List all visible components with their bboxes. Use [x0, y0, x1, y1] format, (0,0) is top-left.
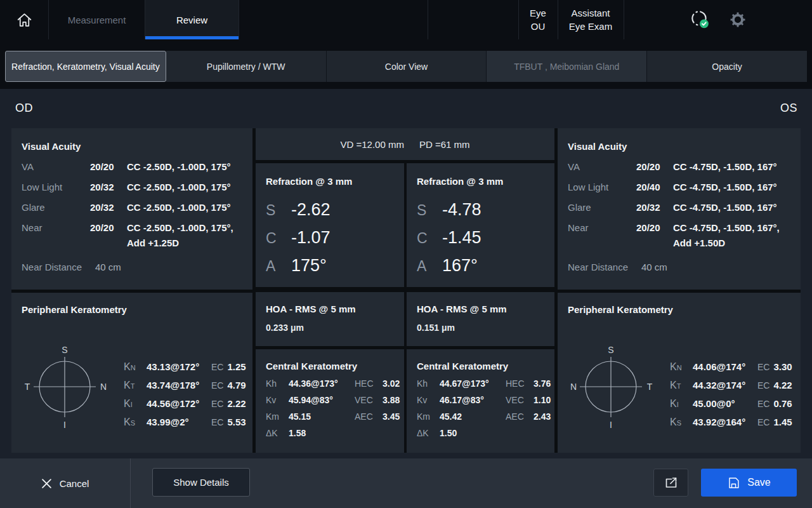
va-row-rx: CC -2.50D, -1.00D, 175° — [127, 159, 242, 175]
pk-row: KI 45.00@0° EC0.76 — [670, 395, 796, 413]
ck-value: 1.58 — [289, 427, 355, 439]
panel-grid: Visual Acuity VA 20/20 CC -2.50D, -1.00D… — [11, 128, 801, 453]
va-row-label: VA — [568, 159, 631, 175]
tab-measurement[interactable]: Measurement — [49, 0, 145, 39]
os-eye-label: OS — [780, 102, 797, 115]
show-details-button[interactable]: Show Details — [152, 468, 250, 497]
visual-acuity-rows: VA 20/20 CC -2.50D, -1.00D, 175° Low Lig… — [11, 157, 252, 277]
axis-label: A — [266, 258, 291, 275]
va-row-score: 20/20 — [636, 220, 668, 236]
home-button[interactable] — [0, 0, 49, 39]
pk-k-label: KI — [124, 397, 144, 411]
va-rx-line2: Add +1.50D — [673, 236, 790, 251]
ck-row: Kh 44.36@173° HEC 3.02 — [256, 375, 404, 392]
pd-value: PD =61 mm — [419, 139, 470, 150]
ck-value2 — [383, 427, 394, 439]
va-row-score: 20/20 — [90, 220, 122, 236]
panel-title: Peripheral Keratometry — [11, 293, 252, 315]
tab-review[interactable]: Review — [145, 0, 239, 39]
pk-body: S I T N KN 43.13@172° EC1.25 KT — [11, 315, 252, 475]
sync-status-icon[interactable] — [690, 10, 710, 30]
subtab-refraction-keratometry-visual-acuity[interactable]: Refraction, Keratometry, Visual Acuity — [5, 51, 166, 82]
va-row: Near 20/20 CC -4.75D, -1.50D, 167°, Add … — [558, 218, 801, 253]
cylinder-label: C — [266, 230, 291, 247]
ck-label: Km — [417, 410, 440, 423]
pk-ec: EC2.22 — [211, 397, 247, 411]
sphere-value: -2.62 — [291, 199, 331, 220]
va-row: Low Light 20/40 CC -4.75D, -1.50D, 167° — [558, 177, 801, 197]
va-row-score: 20/20 — [636, 159, 668, 175]
ck-value2: 2.43 — [534, 410, 551, 423]
settings-gear-icon[interactable] — [729, 11, 747, 29]
pk-ec: EC4.79 — [211, 378, 247, 392]
panel-title: Peripheral Keratometry — [558, 293, 801, 315]
va-row-rx: CC -4.75D, -1.50D, 167° — [673, 200, 790, 215]
ck-row: Km 45.42 AEC 2.43 — [407, 408, 554, 425]
panel-title: Central Keratometry — [256, 349, 404, 371]
pk-row: KS 43.99@2° EC5.53 — [124, 413, 247, 432]
refraction-rows: S -2.62 C -1.07 A 175° — [256, 196, 404, 279]
sphere-value: -4.78 — [442, 199, 481, 220]
refraction-row: A 167° — [407, 251, 554, 279]
cylinder-value: -1.45 — [442, 227, 481, 248]
refraction-row: C -1.07 — [256, 224, 404, 251]
eye-selector-button[interactable]: Eye OU — [519, 0, 558, 39]
va-row: VA 20/20 CC -4.75D, -1.50D, 167° — [558, 157, 801, 177]
ck-label2: HEC — [355, 377, 383, 390]
ck-value: 45.15 — [289, 410, 355, 423]
ck-label2 — [506, 427, 534, 439]
ck-label: ΔK — [417, 427, 440, 439]
cancel-label: Cancel — [60, 478, 89, 489]
va-row-label: Glare — [22, 200, 85, 215]
ck-label2: HEC — [506, 377, 534, 390]
hoa-value: 0.233 μm — [256, 314, 404, 333]
compass-left-label: N — [570, 382, 577, 392]
refraction-rows: S -4.78 C -1.45 A 167° — [407, 196, 554, 279]
ck-value2: 3.76 — [534, 377, 551, 390]
va-row-rx: CC -2.50D, -1.00D, 175° — [127, 200, 242, 215]
panel-title: Central Keratometry — [407, 349, 554, 371]
compass-diagram: S I N T — [566, 344, 662, 430]
refraction-row: S -2.62 — [256, 196, 404, 224]
va-rx-line1: CC -4.75D, -1.50D, 167°, — [673, 220, 790, 236]
cancel-button[interactable]: Cancel — [0, 458, 131, 508]
pk-rows: KN 43.13@172° EC1.25 KT 43.74@178° EC4.7… — [124, 358, 247, 432]
eye-value: OU — [531, 20, 546, 33]
save-button[interactable]: Save — [701, 469, 797, 497]
va-row-label: Near — [22, 220, 85, 236]
topbar-spacer — [428, 0, 519, 39]
panel-title: Visual Acuity — [558, 128, 801, 152]
va-row: Glare 20/32 CC -4.75D, -1.50D, 167° — [558, 197, 801, 218]
ck-label2: AEC — [355, 410, 383, 423]
pk-k-label: KN — [124, 360, 144, 375]
compass-diagram: S I T N — [20, 344, 115, 430]
subtab-opacity[interactable]: Opacity — [647, 51, 807, 82]
vd-pd-strip: VD =12.00 mm PD =61 mm — [256, 128, 554, 160]
panel-title: Refraction @ 3 mm — [407, 163, 554, 187]
compass-right-label: T — [647, 382, 653, 392]
pk-k-label: KI — [670, 397, 690, 411]
export-button[interactable] — [653, 469, 688, 497]
subtab-pupillometry-wtw[interactable]: Pupillometry / WTW — [166, 51, 327, 82]
os-hoa-panel: HOA - RMS @ 5 mm 0.151 μm — [407, 292, 554, 346]
subtab-tfbut-meibomian-gland[interactable]: TFBUT , Meibomian Gland — [487, 51, 647, 82]
ck-value: 44.36@173° — [289, 377, 355, 390]
ck-label2: VEC — [355, 394, 383, 406]
ck-label2: VEC — [506, 394, 534, 406]
pk-ec: EC5.53 — [211, 415, 247, 429]
near-distance-value: 40 cm — [95, 260, 242, 275]
sphere-label: S — [266, 202, 291, 219]
pk-body: S I N T KN 44.06@174° EC3.30 KT — [558, 315, 801, 475]
subtab-color-view[interactable]: Color View — [327, 51, 487, 82]
pk-k-label: KT — [124, 378, 144, 393]
home-icon — [16, 11, 33, 29]
os-peripheral-keratometry-panel: Peripheral Keratometry S I N T KN 44.06@… — [558, 293, 801, 453]
visual-acuity-rows: VA 20/20 CC -4.75D, -1.50D, 167° Low Lig… — [558, 157, 801, 277]
sphere-label: S — [417, 202, 442, 219]
ck-label: Kv — [266, 394, 289, 406]
ck-value: 45.42 — [440, 410, 506, 423]
va-row-rx: CC -4.75D, -1.50D, 167°, Add +1.50D — [673, 220, 790, 251]
cylinder-value: -1.07 — [291, 227, 331, 248]
pk-value: 43.92@164° — [693, 415, 755, 429]
assistant-button[interactable]: Assistant Eye Exam — [558, 0, 624, 39]
